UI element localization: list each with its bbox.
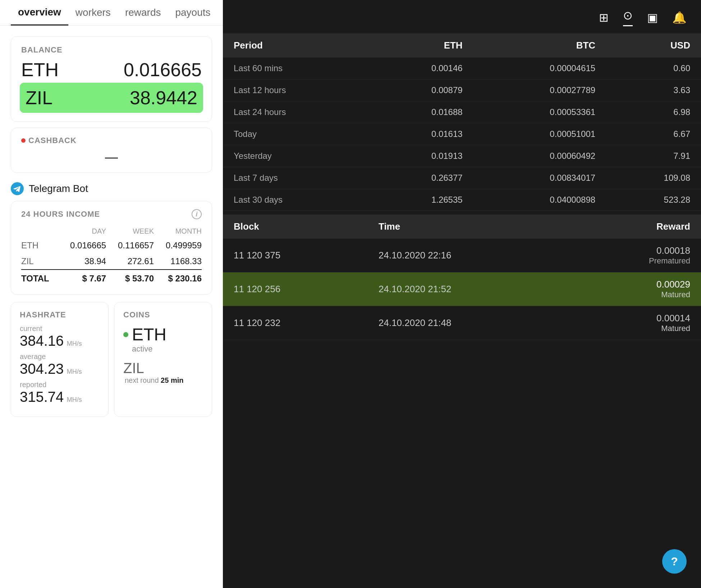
left-panel: overview workers rewards payouts referra… xyxy=(0,0,223,588)
table-row: Last 60 mins 0.00146 0.00004615 0.60 xyxy=(223,58,701,79)
blocks-section: Block Time Reward 11 120 375 24.10.2020 … xyxy=(223,215,701,588)
info-icon[interactable]: i xyxy=(192,209,202,219)
archive-icon[interactable]: ▣ xyxy=(647,11,658,24)
table-row: Last 12 hours 0.00879 0.00027789 3.63 xyxy=(223,79,701,101)
telegram-icon xyxy=(11,182,24,195)
layers-icon[interactable]: ⊞ xyxy=(599,11,609,24)
period-eth: 1.26535 xyxy=(369,189,473,211)
block-col-block: Block xyxy=(223,215,368,239)
tab-rewards[interactable]: rewards xyxy=(118,7,168,25)
hashrate-current-label: current xyxy=(20,325,100,333)
reward-cell: 0.00029 Matured xyxy=(578,279,690,299)
period-usd: 109.08 xyxy=(606,167,701,189)
period-period: Last 24 hours xyxy=(223,101,369,123)
period-btc: 0.00053361 xyxy=(473,101,606,123)
block-reward: 0.00018 Prematured xyxy=(568,239,701,272)
period-btc: 0.00027789 xyxy=(473,79,606,101)
income-table: DAY WEEK MONTH ETH 0.016665 0.116657 0.4… xyxy=(21,225,202,286)
hashrate-current-unit: MH/s xyxy=(67,340,82,347)
income-zil-label: ZIL xyxy=(21,253,58,270)
nav-tabs: overview workers rewards payouts referra… xyxy=(0,0,223,26)
eth-coin-name: ETH xyxy=(132,325,166,344)
tab-payouts[interactable]: payouts xyxy=(168,7,217,25)
hashrate-reported-unit: MH/s xyxy=(67,396,82,403)
circle-double-icon[interactable]: ⊙ xyxy=(623,9,633,26)
block-time: 24.10.2020 22:16 xyxy=(368,239,568,272)
period-usd: 523.28 xyxy=(606,189,701,211)
period-col-period: Period xyxy=(223,33,369,58)
eth-balance-row: ETH 0.016665 xyxy=(21,59,202,81)
period-eth: 0.01613 xyxy=(369,123,473,145)
table-row: 11 120 375 24.10.2020 22:16 0.00018 Prem… xyxy=(223,239,701,272)
reward-status: Matured xyxy=(661,324,690,333)
income-eth-day: 0.016665 xyxy=(58,238,106,253)
income-total-week: $ 53.70 xyxy=(106,270,154,286)
reward-cell: 0.00018 Prematured xyxy=(578,245,690,266)
balance-label: BALANCE xyxy=(21,45,202,55)
period-eth: 0.00879 xyxy=(369,79,473,101)
bottom-row: HASHRATE current 384.16 MH/s average 304… xyxy=(11,302,212,417)
reward-amount: 0.00029 xyxy=(656,279,690,290)
coins-card: COINS ETH active ZIL next round 25 min xyxy=(114,302,212,417)
zil-round-val: 25 min xyxy=(161,376,183,384)
period-col-usd: USD xyxy=(606,33,701,58)
block-number: 11 120 256 xyxy=(223,272,368,306)
period-period: Last 12 hours xyxy=(223,79,369,101)
period-usd: 6.67 xyxy=(606,123,701,145)
cashback-dot xyxy=(21,138,26,143)
table-row: Yesterday 0.01913 0.00060492 7.91 xyxy=(223,145,701,167)
period-eth: 0.00146 xyxy=(369,58,473,79)
period-col-eth: ETH xyxy=(369,33,473,58)
hashrate-average-val: 304.23 xyxy=(20,361,64,377)
hashrate-reported-val: 315.74 xyxy=(20,389,64,405)
period-btc: 0.00004615 xyxy=(473,58,606,79)
income-zil-week: 272.61 xyxy=(106,253,154,270)
period-eth: 0.01913 xyxy=(369,145,473,167)
eth-coin-item: ETH active xyxy=(123,325,203,354)
table-row: Last 30 days 1.26535 0.04000898 523.28 xyxy=(223,189,701,211)
zil-balance-row: ZIL 38.9442 xyxy=(20,83,203,113)
table-row: 11 120 232 24.10.2020 21:48 0.00014 Matu… xyxy=(223,306,701,340)
cashback-value: — xyxy=(21,150,202,165)
period-usd: 0.60 xyxy=(606,58,701,79)
hashrate-average-unit: MH/s xyxy=(67,368,82,375)
income-title: 24 HOURS INCOME xyxy=(21,210,100,219)
table-row-total: TOTAL $ 7.67 $ 53.70 $ 230.16 xyxy=(21,270,202,286)
zil-coin-item: ZIL next round 25 min xyxy=(123,360,203,385)
telegram-row[interactable]: Telegram Bot xyxy=(0,179,223,199)
period-period: Last 7 days xyxy=(223,167,369,189)
period-usd: 7.91 xyxy=(606,145,701,167)
hashrate-card: HASHRATE current 384.16 MH/s average 304… xyxy=(11,302,109,417)
eth-amount: 0.016665 xyxy=(124,59,202,81)
table-row: ZIL 38.94 272.61 1168.33 xyxy=(21,253,202,270)
period-eth: 0.01688 xyxy=(369,101,473,123)
block-time: 24.10.2020 21:48 xyxy=(368,306,568,340)
table-row: ETH 0.016665 0.116657 0.499959 xyxy=(21,238,202,253)
block-time: 24.10.2020 21:52 xyxy=(368,272,568,306)
help-button[interactable]: ? xyxy=(662,549,687,574)
period-btc: 0.00834017 xyxy=(473,167,606,189)
zil-coin-name-row: ZIL xyxy=(123,360,203,376)
zil-coin-name: ZIL xyxy=(123,360,144,376)
income-col-day: DAY xyxy=(58,225,106,238)
eth-active-dot xyxy=(123,332,128,337)
telegram-text: Telegram Bot xyxy=(29,183,88,194)
block-number: 11 120 232 xyxy=(223,306,368,340)
income-eth-label: ETH xyxy=(21,238,58,253)
hashrate-current: current 384.16 MH/s xyxy=(20,325,100,349)
income-header: 24 HOURS INCOME i xyxy=(21,209,202,219)
blocks-table: Block Time Reward 11 120 375 24.10.2020 … xyxy=(223,215,701,340)
period-period: Today xyxy=(223,123,369,145)
period-btc: 0.00051001 xyxy=(473,123,606,145)
period-table-container: Period ETH BTC USD Last 60 mins 0.00146 … xyxy=(223,30,701,215)
bell-icon[interactable]: 🔔 xyxy=(672,11,687,24)
income-total-day: $ 7.67 xyxy=(58,270,106,286)
income-total-month: $ 230.16 xyxy=(154,270,202,286)
reward-status: Prematured xyxy=(649,256,690,266)
block-col-time: Time xyxy=(368,215,568,239)
reward-amount: 0.00018 xyxy=(656,245,690,256)
tab-overview[interactable]: overview xyxy=(11,6,68,26)
income-eth-month: 0.499959 xyxy=(154,238,202,253)
eth-currency: ETH xyxy=(21,59,59,81)
tab-workers[interactable]: workers xyxy=(68,7,118,25)
